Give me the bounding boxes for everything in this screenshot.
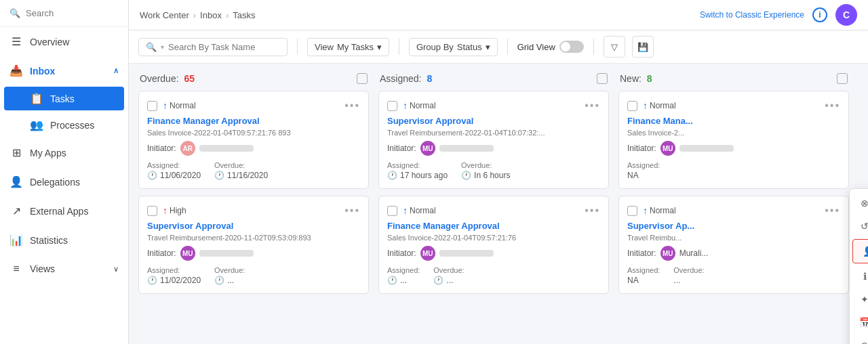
ctx-rework[interactable]: ↺ Rework [850, 215, 868, 238]
grid-view-toggle[interactable] [559, 41, 584, 53]
card-top: ↑ Normal ••• [387, 205, 600, 217]
sidebar-item-overview[interactable]: ☰ Overview [0, 27, 128, 56]
col-title-assigned: Assigned: 8 [380, 73, 432, 84]
assigned-date: Assigned: NA [627, 161, 660, 180]
card-title[interactable]: Finance Manager Approval [387, 221, 600, 231]
sidebar-item-tasks[interactable]: 📋 Tasks [4, 87, 124, 110]
info-icon[interactable]: i [812, 7, 827, 22]
card-dates: Assigned: 🕐 17 hours ago Overdue: 🕐 [387, 161, 600, 180]
sidebar-item-processes[interactable]: 👥 Processes [0, 112, 128, 138]
card-checkbox[interactable] [147, 206, 157, 216]
card-checkbox[interactable] [147, 101, 157, 111]
overdue-date-text: ... [673, 276, 680, 285]
clock-icon: 🕐 [214, 171, 224, 180]
card-dates: Assigned: NA [627, 161, 840, 180]
toolbar-separator-2 [399, 39, 399, 55]
view-button[interactable]: View My Tasks ▾ [307, 38, 389, 56]
priority-arrow-up-icon: ↑ [643, 100, 648, 111]
card-subtitle: Travel Reimbursement-2020-11-02T09:53:09… [147, 234, 360, 242]
col-count-assigned: 8 [427, 73, 432, 84]
search-dropdown-arrow[interactable]: ▾ [161, 43, 164, 51]
assigned-date-text: 11/06/2020 [160, 171, 201, 180]
initiator-avatar: MU [420, 246, 435, 261]
card-menu-button[interactable]: ••• [825, 205, 840, 217]
toolbar-separator-1 [297, 39, 298, 55]
card-menu-button[interactable]: ••• [585, 100, 600, 112]
card-checkbox[interactable] [387, 101, 397, 111]
sidebar-item-myapps[interactable]: ⊞ My Apps [0, 138, 128, 167]
kanban-board: Overdue: 65 ↑ Normal [129, 64, 868, 344]
clock-icon: 🕐 [387, 171, 397, 180]
switch-classic-link[interactable]: Switch to Classic Experience [700, 10, 804, 20]
ctx-add-watchlist[interactable]: ✦ Add To Watchlist [850, 288, 868, 311]
card-menu-button[interactable]: ••• [344, 100, 360, 112]
card-dates: Assigned: 🕐 11/02/2020 Overdue: 🕐 [147, 266, 360, 285]
col-select-all-new[interactable] [837, 73, 848, 84]
top-bar: Work Center › Inbox › Tasks Switch to Cl… [129, 0, 868, 30]
assigned-date-text: NA [627, 276, 639, 285]
sidebar-search-input[interactable] [26, 8, 119, 18]
task-cards-assigned: ↑ Normal ••• Supervisor Approval Travel … [378, 91, 609, 294]
statistics-icon: 📊 [9, 234, 23, 246]
clock-icon: 🕐 [433, 276, 443, 285]
card-checkbox[interactable] [387, 206, 397, 216]
breadcrumb-inbox[interactable]: Inbox [200, 10, 222, 20]
overdue-date-val: 🕐 11/16/2020 [214, 171, 268, 180]
card-menu-button[interactable]: ••• [585, 205, 600, 217]
sidebar-item-externalapps[interactable]: ↗ External Apps [0, 196, 128, 225]
card-title[interactable]: Supervisor Approval [147, 221, 360, 231]
grid-view-label: Grid View [517, 42, 555, 52]
overdue-date-text: 11/16/2020 [227, 171, 268, 180]
card-checkbox[interactable] [627, 206, 637, 216]
sidebar-item-statistics[interactable]: 📊 Statistics [0, 225, 128, 255]
ctx-task-details[interactable]: ℹ Task Details [850, 265, 868, 288]
ctx-cancel-process[interactable]: ⊗ Cancel Process [850, 192, 868, 215]
card-title[interactable]: Finance Mana... [627, 116, 840, 126]
initiator-name-blur [199, 145, 254, 152]
sidebar-item-inbox[interactable]: 📥 Inbox ∧ [0, 56, 128, 85]
overdue-label: Overdue: [214, 266, 245, 274]
card-checkbox[interactable] [627, 101, 637, 111]
chevron-down-icon: ∨ [113, 265, 119, 274]
sidebar-item-delegations[interactable]: 👤 Delegations [0, 167, 128, 196]
col-select-all-overdue[interactable] [357, 73, 368, 84]
sidebar-item-label: Views [30, 263, 106, 274]
clock-icon: 🕐 [214, 276, 224, 285]
col-select-all-assigned[interactable] [597, 73, 608, 84]
initiator-label: Initiator: [387, 144, 416, 153]
column-header-overdue: Overdue: 65 [138, 73, 369, 84]
priority-arrow-up-icon: ↑ [643, 205, 648, 216]
breadcrumb-workcenter[interactable]: Work Center [140, 10, 189, 20]
card-title[interactable]: Supervisor Approval [387, 116, 600, 126]
column-header-assigned: Assigned: 8 [378, 73, 609, 84]
breadcrumb-sep1: › [193, 10, 196, 20]
card-top: ↑ Normal ••• [627, 205, 840, 217]
card-subtitle: Travel Reimbursement-2022-01-04T10:07:32… [387, 129, 600, 137]
clock-icon: 🕐 [461, 171, 471, 180]
task-cards-new: ↑ Normal ••• Finance Mana... Sales Invoi… [618, 91, 849, 294]
search-input[interactable] [168, 42, 270, 52]
search-dropdown-icon[interactable]: 🔍 [146, 42, 157, 52]
card-top: ↑ High ••• [147, 205, 360, 217]
groupby-label: Group By [416, 42, 454, 52]
card-menu-button[interactable]: ••• [344, 205, 360, 217]
card-title[interactable]: Finance Manager Approval [147, 116, 360, 126]
card-dates: Assigned: NA Overdue: ... [627, 266, 840, 285]
filter-button[interactable]: ▽ [604, 36, 625, 58]
save-button[interactable]: 💾 [632, 36, 654, 58]
ctx-eform-report[interactable]: ⊙ eForm Report View [850, 334, 868, 344]
priority-badge: ↑ Normal [643, 100, 676, 111]
card-menu-button[interactable]: ••• [825, 100, 840, 112]
task-card: ↑ Normal ••• Finance Mana... Sales Invoi… [618, 91, 849, 189]
sidebar-item-views[interactable]: ≡ Views ∨ [0, 255, 128, 283]
clock-icon: 🕐 [387, 276, 397, 285]
ctx-add-planner[interactable]: 📅 Add To Planner [850, 311, 868, 334]
clock-icon: 🕐 [147, 171, 157, 180]
priority-arrow-up-icon: ↑ [403, 205, 408, 216]
ctx-take-assignment[interactable]: 👤 Take Assignment [852, 239, 868, 263]
card-title[interactable]: Supervisor Ap... [627, 221, 840, 231]
group-by-button[interactable]: Group By Status ▾ [409, 38, 498, 56]
card-subtitle: Sales Invoice-2... [627, 129, 840, 137]
sidebar: 🔍 ☰ Overview 📥 Inbox ∧ 📋 Tasks 👥 Process… [0, 0, 129, 344]
card-top: ↑ Normal ••• [387, 100, 600, 112]
